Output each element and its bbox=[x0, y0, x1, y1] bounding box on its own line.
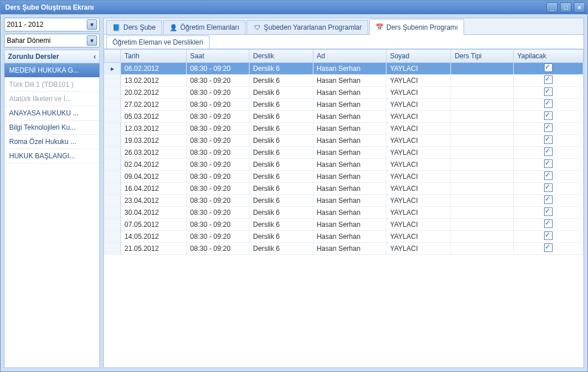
table-row[interactable]: 14.05.201208:30 - 09:20Derslik 6Hasan Se… bbox=[104, 231, 583, 243]
cell-saat: 08:30 - 09:20 bbox=[187, 75, 249, 87]
checkbox-checked-icon bbox=[544, 111, 553, 120]
cell-derslik: Derslik 6 bbox=[249, 219, 313, 231]
table-row[interactable]: ▸06.02.201208:30 - 09:20Derslik 6Hasan S… bbox=[104, 63, 583, 75]
close-icon: × bbox=[578, 4, 581, 11]
app-window: Ders Şube Oluştrma Ekranı _ □ × 2011 - 2… bbox=[0, 0, 588, 372]
window-buttons: _ □ × bbox=[546, 2, 585, 13]
cell-tipi bbox=[451, 87, 514, 99]
checkbox-checked-icon bbox=[544, 195, 553, 204]
cell-yapilacak[interactable] bbox=[513, 135, 583, 147]
cell-yapilacak[interactable] bbox=[513, 75, 583, 87]
tab[interactable]: 📘Ders Şube bbox=[106, 20, 162, 34]
cell-ad: Hasan Serhan bbox=[313, 135, 386, 147]
term-value: Bahar Dönemi bbox=[7, 37, 87, 45]
table-row[interactable]: 21.05.201208:30 - 09:20Derslik 6Hasan Se… bbox=[104, 243, 583, 255]
cell-soyad: YAYLACI bbox=[386, 207, 451, 219]
cell-yapilacak[interactable] bbox=[513, 183, 583, 195]
sidebar-course-list: MEDENİ HUKUKA G...Türk Dili 1 (TDB101 )A… bbox=[4, 63, 100, 368]
table-row[interactable]: 16.04.201208:30 - 09:20Derslik 6Hasan Se… bbox=[104, 183, 583, 195]
table-row[interactable]: 09.04.201208:30 - 09:20Derslik 6Hasan Se… bbox=[104, 171, 583, 183]
cell-ad: Hasan Serhan bbox=[313, 195, 386, 207]
tab-icon: 📅 bbox=[376, 23, 384, 31]
checkbox-checked-icon bbox=[544, 243, 553, 252]
sidebar-item[interactable]: Roma Özel Hukuku ... bbox=[5, 135, 99, 149]
minimize-icon: _ bbox=[550, 4, 554, 11]
cell-yapilacak[interactable] bbox=[513, 171, 583, 183]
minimize-button[interactable]: _ bbox=[546, 2, 558, 13]
checkbox-checked-icon bbox=[544, 171, 553, 180]
cell-yapilacak[interactable] bbox=[513, 87, 583, 99]
year-select[interactable]: 2011 - 2012 ▾ bbox=[4, 18, 100, 31]
cell-derslik: Derslik 6 bbox=[249, 135, 313, 147]
table-row[interactable]: 26.03.201208:30 - 09:20Derslik 6Hasan Se… bbox=[104, 147, 583, 159]
row-indicator: ▸ bbox=[104, 63, 121, 75]
sidebar-item[interactable]: Türk Dili 1 (TDB101 ) bbox=[5, 78, 99, 92]
table-row[interactable]: 19.03.201208:30 - 09:20Derslik 6Hasan Se… bbox=[104, 135, 583, 147]
cell-tipi bbox=[451, 207, 514, 219]
sidebar-item[interactable]: MEDENİ HUKUKA G... bbox=[5, 63, 99, 78]
cell-tipi bbox=[451, 243, 514, 255]
cell-yapilacak[interactable] bbox=[513, 207, 583, 219]
cell-tipi bbox=[451, 135, 514, 147]
cell-yapilacak[interactable] bbox=[513, 219, 583, 231]
sidebar-item[interactable]: Bilgi Teknolojileri Ku... bbox=[5, 121, 99, 135]
table-row[interactable]: 30.04.201208:30 - 09:20Derslik 6Hasan Se… bbox=[104, 207, 583, 219]
cell-soyad: YAYLACI bbox=[386, 243, 451, 255]
cell-yapilacak[interactable] bbox=[513, 195, 583, 207]
close-button[interactable]: × bbox=[574, 2, 585, 13]
cell-derslik: Derslik 6 bbox=[249, 99, 313, 111]
subtab-label: Öğretim Eleman ve Derslikleri bbox=[112, 38, 203, 46]
cell-saat: 08:30 - 09:20 bbox=[187, 135, 249, 147]
checkbox-checked-icon bbox=[544, 183, 553, 192]
col-header[interactable]: Yapilacak bbox=[513, 50, 583, 63]
sidebar-item[interactable]: Atatürk İlkeleri ve İ... bbox=[5, 92, 99, 106]
tab-label: Ders Şubenin Programı bbox=[386, 23, 458, 31]
year-value: 2011 - 2012 bbox=[7, 21, 87, 29]
tab[interactable]: 🛡Şubeden Yararlanan Programlar bbox=[247, 20, 368, 34]
cell-saat: 08:30 - 09:20 bbox=[187, 231, 249, 243]
row-header-col bbox=[104, 50, 121, 63]
table-row[interactable]: 02.04.201208:30 - 09:20Derslik 6Hasan Se… bbox=[104, 159, 583, 171]
term-select[interactable]: Bahar Dönemi ▾ bbox=[4, 34, 100, 47]
cell-tipi bbox=[451, 231, 514, 243]
cell-derslik: Derslik 6 bbox=[249, 183, 313, 195]
col-header[interactable]: Derslik bbox=[249, 50, 313, 63]
cell-yapilacak[interactable] bbox=[513, 99, 583, 111]
sidebar-item[interactable]: HUKUK BAŞLANGI... bbox=[5, 149, 99, 163]
schedule-grid-wrap[interactable]: TarihSaatDerslikAdSoyadDers TipiYapilaca… bbox=[104, 49, 583, 367]
cell-tipi bbox=[451, 183, 514, 195]
sidebar-panel-header[interactable]: Zorunlu Dersler ‹ bbox=[4, 50, 100, 63]
table-row[interactable]: 23.04.201208:30 - 09:20Derslik 6Hasan Se… bbox=[104, 195, 583, 207]
sidebar-item[interactable]: ANAYASA HUKUKU ... bbox=[5, 106, 99, 121]
table-row[interactable]: 27.02.201208:30 - 09:20Derslik 6Hasan Se… bbox=[104, 99, 583, 111]
cell-yapilacak[interactable] bbox=[513, 147, 583, 159]
cell-yapilacak[interactable] bbox=[513, 63, 583, 75]
tab[interactable]: 👤Öğretim Elemanları bbox=[163, 20, 245, 34]
table-row[interactable]: 20.02.201208:30 - 09:20Derslik 6Hasan Se… bbox=[104, 87, 583, 99]
col-header[interactable]: Soyad bbox=[386, 50, 451, 63]
table-row[interactable]: 12.03.201208:30 - 09:20Derslik 6Hasan Se… bbox=[104, 123, 583, 135]
col-header[interactable]: Ad bbox=[313, 50, 386, 63]
tab[interactable]: 📅Ders Şubenin Programı bbox=[369, 19, 464, 35]
cell-yapilacak[interactable] bbox=[513, 159, 583, 171]
row-indicator bbox=[104, 75, 121, 87]
cell-tarih: 16.04.2012 bbox=[121, 183, 187, 195]
maximize-button[interactable]: □ bbox=[560, 2, 571, 13]
cell-saat: 08:30 - 09:20 bbox=[187, 183, 249, 195]
cell-yapilacak[interactable] bbox=[513, 243, 583, 255]
col-header[interactable]: Ders Tipi bbox=[451, 50, 514, 63]
table-row[interactable]: 07.05.201208:30 - 09:20Derslik 6Hasan Se… bbox=[104, 219, 583, 231]
cell-yapilacak[interactable] bbox=[513, 123, 583, 135]
table-row[interactable]: 13.02.201208:30 - 09:20Derslik 6Hasan Se… bbox=[104, 75, 583, 87]
col-header[interactable]: Tarih bbox=[121, 50, 187, 63]
cell-saat: 08:30 - 09:20 bbox=[187, 87, 249, 99]
subtab-ogretim-derslik[interactable]: Öğretim Eleman ve Derslikleri bbox=[106, 35, 210, 49]
window-title: Ders Şube Oluştrma Ekranı bbox=[3, 3, 546, 11]
cell-yapilacak[interactable] bbox=[513, 111, 583, 123]
cell-yapilacak[interactable] bbox=[513, 231, 583, 243]
cell-tipi bbox=[451, 111, 514, 123]
cell-tarih: 14.05.2012 bbox=[121, 231, 187, 243]
col-header[interactable]: Saat bbox=[187, 50, 249, 63]
checkbox-checked-icon bbox=[544, 135, 553, 144]
table-row[interactable]: 05.03.201208:30 - 09:20Derslik 6Hasan Se… bbox=[104, 111, 583, 123]
